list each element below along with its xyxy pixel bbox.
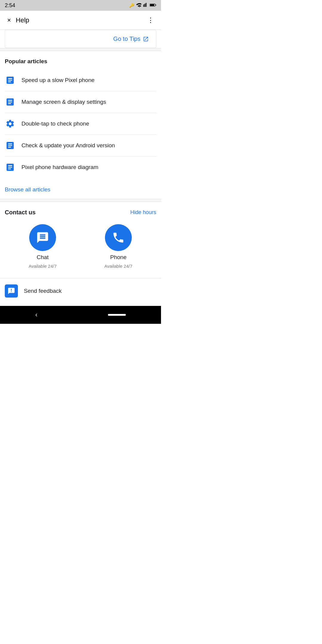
feedback-icon-container <box>5 284 18 298</box>
chat-option[interactable]: Chat Available 24/7 <box>29 224 57 269</box>
article-icon-document-5 <box>5 162 16 173</box>
status-bar: 2:54 🔑 <box>0 0 161 11</box>
phone-option[interactable]: Phone Available 24/7 <box>104 224 132 269</box>
browse-all-articles[interactable]: Browse all articles <box>0 180 161 199</box>
more-button[interactable]: ⋮ <box>145 14 156 27</box>
article-icon-document-2 <box>5 97 16 107</box>
key-icon: 🔑 <box>129 3 134 8</box>
status-icons: 🔑 <box>129 3 156 8</box>
wifi-icon <box>136 3 141 8</box>
svg-rect-2 <box>156 4 156 5</box>
app-title: Help <box>16 16 145 24</box>
navigation-bar: ‹ <box>0 306 161 324</box>
article-label-3: Double-tap to check phone <box>21 120 89 127</box>
home-indicator[interactable] <box>108 314 126 316</box>
close-button[interactable]: × <box>5 14 13 27</box>
section-divider-2 <box>0 199 161 202</box>
phone-label: Phone <box>110 254 127 261</box>
contact-section: Contact us Hide hours Chat Available 24/… <box>0 202 161 278</box>
article-item-2[interactable]: Manage screen & display settings <box>5 91 156 113</box>
article-item-4[interactable]: Check & update your Android version <box>5 135 156 157</box>
article-item-1[interactable]: Speed up a slow Pixel phone <box>5 69 156 91</box>
tips-banner: Go to Tips <box>5 30 156 48</box>
article-label-4: Check & update your Android version <box>21 142 115 149</box>
article-label-2: Manage screen & display settings <box>21 99 106 105</box>
chat-label: Chat <box>37 254 49 261</box>
article-icon-document-4 <box>5 140 16 151</box>
chat-icon <box>36 231 49 244</box>
status-time: 2:54 <box>5 2 15 9</box>
article-icon-gear-3 <box>5 118 16 129</box>
external-link-icon <box>143 36 149 42</box>
section-divider-1 <box>0 48 161 51</box>
chat-availability: Available 24/7 <box>29 264 57 269</box>
popular-articles-section: Popular articles Speed up a slow Pixel p… <box>0 51 161 180</box>
popular-articles-title: Popular articles <box>5 58 156 65</box>
svg-rect-1 <box>150 4 154 6</box>
phone-icon <box>112 231 125 244</box>
article-item-3[interactable]: Double-tap to check phone <box>5 113 156 135</box>
article-icon-document-1 <box>5 75 16 86</box>
contact-options: Chat Available 24/7 Phone Available 24/7 <box>5 224 156 273</box>
app-bar: × Help ⋮ <box>0 11 161 30</box>
send-feedback-label: Send feedback <box>24 288 62 294</box>
phone-circle <box>105 224 132 251</box>
go-to-tips-link[interactable]: Go to Tips <box>113 35 149 42</box>
hide-hours-button[interactable]: Hide hours <box>130 209 156 216</box>
contact-title: Contact us <box>5 209 35 216</box>
back-button[interactable]: ‹ <box>35 311 37 319</box>
battery-icon <box>150 3 156 8</box>
signal-icon <box>143 3 148 8</box>
article-label-1: Speed up a slow Pixel phone <box>21 77 95 83</box>
feedback-icon <box>7 287 15 295</box>
article-label-5: Pixel phone hardware diagram <box>21 164 98 171</box>
chat-circle <box>29 224 56 251</box>
phone-availability: Available 24/7 <box>104 264 132 269</box>
contact-header: Contact us Hide hours <box>5 209 156 216</box>
send-feedback-section[interactable]: Send feedback <box>0 278 161 304</box>
article-item-5[interactable]: Pixel phone hardware diagram <box>5 157 156 178</box>
